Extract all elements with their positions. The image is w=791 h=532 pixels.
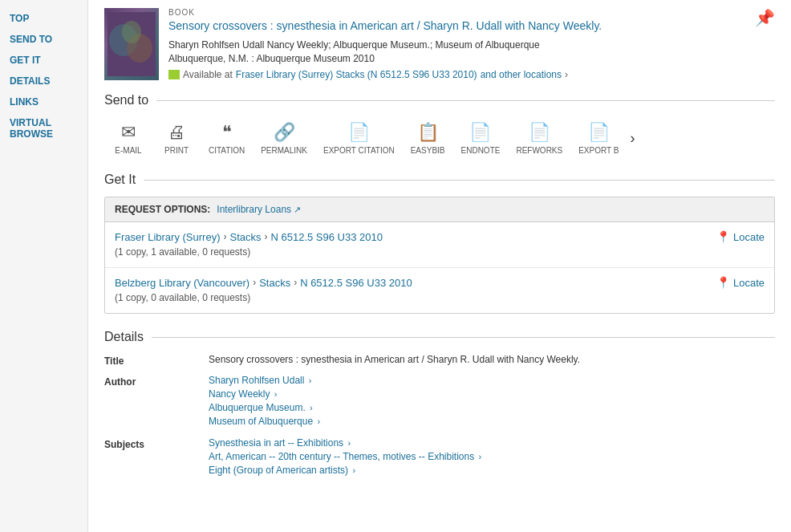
send-more-button[interactable]: ›	[627, 125, 638, 152]
details-value-author: Sharyn Rohlfsen Udall › Nancy Weekly › A…	[209, 375, 775, 429]
print-label: PRINT	[164, 146, 189, 155]
author-link-1[interactable]: Sharyn Rohlfsen Udall ›	[209, 375, 775, 386]
citation-icon: ❝	[222, 122, 232, 143]
send-export-citation-button[interactable]: 📄 EXPORT CITATION	[315, 117, 403, 160]
interlibrary-loans-link[interactable]: Interlibrary Loans ↗	[217, 204, 301, 215]
endnote-label: ENDNOTE	[461, 146, 501, 155]
export-citation-label: EXPORT CITATION	[323, 146, 395, 155]
citation-label: CITATION	[209, 146, 245, 155]
location-arrow-1: ›	[223, 231, 226, 242]
details-row-author: Author Sharyn Rohlfsen Udall › Nancy Wee…	[104, 375, 775, 429]
export-citation-icon: 📄	[348, 122, 370, 143]
sidebar-item-details[interactable]: DETAILS	[0, 71, 87, 91]
send-to-divider	[156, 100, 775, 101]
endnote-icon: 📄	[469, 122, 491, 143]
easybib-label: EASYBIB	[411, 146, 445, 155]
location-top-line-belzberg: Belzberg Library (Vancouver) › Stacks › …	[115, 276, 765, 289]
availability-location-link[interactable]: Fraser Library (Surrey) Stacks (N 6512.5…	[236, 69, 477, 80]
send-print-button[interactable]: 🖨 PRINT	[152, 117, 201, 160]
availability-icon	[168, 70, 180, 79]
call-number-fraser-link[interactable]: N 6512.5 S96 U33 2010	[270, 231, 383, 243]
interlibrary-loans-text: Interlibrary Loans	[217, 204, 291, 215]
refworks-label: REFWORKS	[516, 146, 562, 155]
send-refworks-button[interactable]: 📄 REFWORKS	[508, 117, 570, 160]
send-to-icons-row: ✉ E-MAIL 🖨 PRINT ❝ CITATION 🔗 PERMALINK …	[104, 117, 775, 160]
book-type-label: BOOK	[168, 8, 775, 17]
call-number-belzberg-link[interactable]: N 6512.5 S96 U33 2010	[300, 277, 412, 289]
locate-pin-icon-2: 📍	[716, 276, 730, 289]
get-it-divider	[144, 180, 775, 181]
export-b-icon: 📄	[588, 122, 610, 143]
details-section-header: Details	[104, 330, 775, 344]
sidebar-item-get-it[interactable]: GET IT	[0, 50, 87, 71]
details-value-subjects: Synesthesia in art -- Exhibitions › Art,…	[209, 437, 775, 478]
author-link-3[interactable]: Albuquerque Museum. ›	[209, 402, 775, 413]
collection-fraser-link[interactable]: Stacks	[229, 231, 261, 243]
book-publisher: Albuquerque, N.M. : Albuquerque Museum 2…	[168, 53, 775, 64]
author-link-2[interactable]: Nancy Weekly ›	[209, 388, 775, 400]
sidebar-item-links[interactable]: LINKS	[0, 91, 87, 112]
details-label-subjects: Subjects	[104, 437, 209, 450]
get-it-title: Get It	[104, 173, 136, 187]
send-endnote-button[interactable]: 📄 ENDNOTE	[453, 117, 509, 160]
details-divider	[152, 337, 775, 338]
email-icon: ✉	[121, 122, 136, 143]
author-link-4[interactable]: Museum of Albuquerque ›	[209, 416, 775, 427]
sidebar-item-send-to[interactable]: SEND TO	[0, 29, 87, 50]
send-easybib-button[interactable]: 📋 EASYBIB	[403, 117, 453, 160]
location-top-line-fraser: Fraser Library (Surrey) › Stacks › N 651…	[115, 230, 765, 243]
sidebar-item-top[interactable]: TOP	[0, 8, 87, 29]
details-label-title: Title	[104, 354, 209, 367]
sidebar-item-virtual-browse[interactable]: VIRTUAL BROWSE	[0, 112, 87, 144]
locate-belzberg-button[interactable]: 📍 Locate	[716, 276, 765, 289]
easybib-icon: 📋	[417, 122, 439, 143]
copy-info-belzberg: (1 copy, 0 available, 0 requests)	[115, 292, 765, 303]
copy-info-fraser: (1 copy, 1 available, 0 requests)	[115, 246, 765, 258]
sidebar: TOP SEND TO GET IT DETAILS LINKS VIRTUAL…	[0, 0, 88, 532]
send-export-b-button[interactable]: 📄 EXPORT B	[570, 117, 627, 160]
details-title: Details	[104, 330, 144, 344]
subject-link-3[interactable]: Eight (Group of American artists) ›	[209, 465, 775, 476]
email-label: E-MAIL	[115, 146, 141, 155]
locate-pin-icon: 📍	[716, 230, 730, 243]
book-header: BOOK Sensory crossovers : synesthesia in…	[104, 8, 775, 80]
refworks-icon: 📄	[529, 122, 550, 143]
location-row-fraser: Fraser Library (Surrey) › Stacks › N 651…	[105, 222, 774, 268]
availability-more-link[interactable]: and other locations	[481, 69, 562, 80]
availability-line: Available at Fraser Library (Surrey) Sta…	[168, 69, 775, 80]
main-content: BOOK Sensory crossovers : synesthesia in…	[88, 0, 791, 532]
request-options-bar: REQUEST OPTIONS: Interlibrary Loans ↗	[105, 197, 774, 222]
location-arrow-2: ›	[264, 231, 267, 242]
send-citation-button[interactable]: ❝ CITATION	[201, 117, 253, 160]
send-to-title: Send to	[104, 93, 148, 108]
collection-belzberg-link[interactable]: Stacks	[259, 277, 290, 289]
permalink-icon: 🔗	[274, 122, 295, 143]
details-row-subjects: Subjects Synesthesia in art -- Exhibitio…	[104, 437, 775, 478]
send-to-section-header: Send to	[104, 93, 775, 108]
location-arrow-4: ›	[294, 277, 297, 288]
location-row-belzberg: Belzberg Library (Vancouver) › Stacks › …	[105, 268, 774, 313]
availability-chevron: ›	[565, 69, 568, 80]
subject-link-1[interactable]: Synesthesia in art -- Exhibitions ›	[209, 437, 775, 449]
pin-icon[interactable]: 📌	[755, 8, 775, 27]
details-label-author: Author	[104, 375, 209, 388]
svg-point-3	[122, 21, 141, 43]
locate-fraser-label: Locate	[733, 231, 765, 243]
details-section: Details Title Sensory crossovers : synes…	[104, 330, 775, 478]
get-it-box: REQUEST OPTIONS: Interlibrary Loans ↗ Fr…	[104, 197, 775, 314]
print-icon: 🖨	[168, 122, 185, 143]
get-it-section-header: Get It	[104, 173, 775, 187]
send-email-button[interactable]: ✉ E-MAIL	[104, 117, 152, 160]
locate-fraser-button[interactable]: 📍 Locate	[716, 230, 765, 243]
locate-belzberg-label: Locate	[733, 277, 765, 289]
subject-link-2[interactable]: Art, American -- 20th century -- Themes,…	[209, 451, 775, 462]
request-options-label: REQUEST OPTIONS:	[115, 204, 210, 215]
library-fraser-link[interactable]: Fraser Library (Surrey)	[115, 231, 220, 243]
book-authors: Sharyn Rohlfsen Udall Nancy Weekly; Albu…	[168, 39, 775, 51]
send-permalink-button[interactable]: 🔗 PERMALINK	[253, 117, 315, 160]
library-belzberg-link[interactable]: Belzberg Library (Vancouver)	[115, 277, 249, 289]
book-info: BOOK Sensory crossovers : synesthesia in…	[168, 8, 775, 80]
export-b-label: EXPORT B	[578, 146, 619, 155]
book-title: Sensory crossovers : synesthesia in Amer…	[168, 18, 775, 35]
external-link-icon: ↗	[294, 205, 301, 215]
